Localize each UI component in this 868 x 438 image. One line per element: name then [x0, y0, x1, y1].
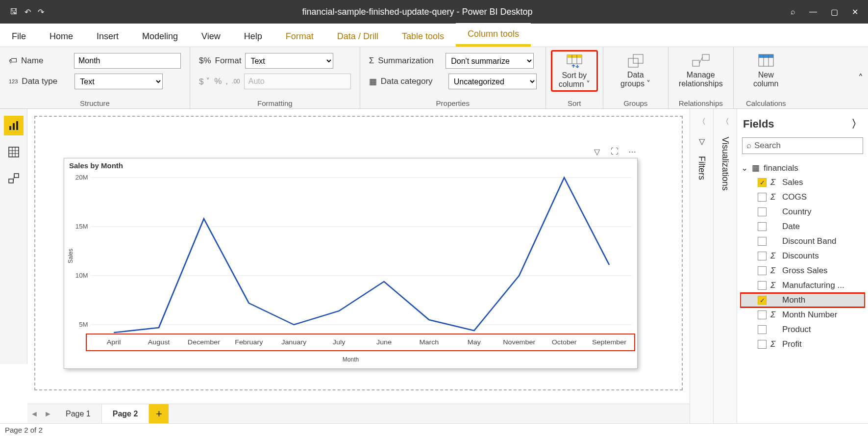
- page-tab-1[interactable]: Page 1: [55, 405, 102, 423]
- chevron-right-icon[interactable]: 〉: [851, 117, 862, 131]
- chevron-left-icon[interactable]: 〈: [721, 117, 729, 127]
- datacategory-select[interactable]: Uncategorized: [448, 74, 537, 89]
- checkbox-icon[interactable]: [758, 222, 767, 231]
- checkbox-icon[interactable]: [758, 266, 767, 275]
- filter-icon[interactable]: ▽: [592, 146, 602, 157]
- undo-icon[interactable]: ↶: [25, 7, 31, 17]
- sort-by-column-button[interactable]: Sort by column ˅: [551, 50, 598, 92]
- field-item-gross-sales[interactable]: ΣGross Sales: [740, 263, 865, 278]
- format-select[interactable]: Text: [245, 53, 333, 69]
- left-rail: [0, 109, 27, 364]
- currency-icon: $ ˅: [199, 77, 210, 87]
- chevron-left-icon[interactable]: 〈: [698, 117, 706, 127]
- format-label: Format: [215, 56, 242, 66]
- search-icon[interactable]: ⌕: [791, 7, 795, 16]
- fields-pane-title: Fields: [743, 118, 774, 130]
- svg-rect-1: [567, 55, 582, 58]
- checkbox-icon[interactable]: [758, 281, 767, 290]
- field-item-product[interactable]: Product: [740, 322, 865, 337]
- fields-search-input[interactable]: ⌕ Search: [742, 137, 863, 154]
- menu-insert[interactable]: Insert: [85, 26, 130, 47]
- datatype-select[interactable]: Text: [74, 74, 163, 89]
- save-icon[interactable]: 🖫: [10, 7, 18, 16]
- prev-page-icon[interactable]: ◄: [27, 410, 41, 418]
- svg-rect-21: [9, 179, 13, 183]
- checkbox-icon[interactable]: ✓: [758, 178, 767, 187]
- table-header[interactable]: ⌄ ▦ financials: [740, 161, 865, 175]
- category-icon: ▦: [369, 77, 377, 87]
- field-item-profit[interactable]: ΣProfit: [740, 337, 865, 352]
- svg-rect-14: [13, 123, 15, 130]
- more-icon[interactable]: ⋯: [627, 146, 638, 157]
- field-item-date[interactable]: Date: [740, 219, 865, 234]
- report-view-button[interactable]: [4, 116, 24, 135]
- field-item-manufacturing-[interactable]: ΣManufacturing ...: [740, 278, 865, 293]
- data-groups-button[interactable]: Data groups ˅: [612, 50, 659, 89]
- checkbox-icon[interactable]: [758, 310, 767, 319]
- search-icon: ⌕: [746, 141, 751, 151]
- groups-button-label: Data groups ˅: [620, 71, 650, 89]
- field-item-cogs[interactable]: ΣCOGS: [740, 190, 865, 205]
- field-item-discounts[interactable]: ΣDiscounts: [740, 249, 865, 263]
- checkbox-icon[interactable]: [758, 252, 767, 260]
- menu-view[interactable]: View: [190, 26, 232, 47]
- filters-funnel-icon: ▽: [699, 137, 705, 146]
- checkbox-icon[interactable]: [758, 193, 767, 202]
- svg-rect-16: [9, 147, 19, 157]
- checkbox-icon[interactable]: [758, 237, 767, 246]
- next-page-icon[interactable]: ►: [41, 410, 55, 418]
- close-icon[interactable]: ✕: [852, 7, 858, 17]
- menu-modeling[interactable]: Modeling: [130, 26, 190, 47]
- manage-relationships-button[interactable]: Manage relationships: [677, 50, 724, 89]
- summarization-select[interactable]: Don't summarize: [446, 53, 534, 69]
- report-page[interactable]: ▽ ⛶ ⋯ Sales by Month Sales 5M10M15M20MAp…: [34, 116, 683, 390]
- field-label: Date: [782, 222, 800, 232]
- data-view-button[interactable]: [4, 142, 24, 162]
- focus-mode-icon[interactable]: ⛶: [609, 146, 620, 157]
- comma-icon: ,: [225, 77, 228, 86]
- menu-data-drill[interactable]: Data / Drill: [325, 26, 390, 47]
- filters-pane-collapsed[interactable]: 〈 ▽ Filters: [690, 109, 713, 423]
- minimize-icon[interactable]: —: [809, 7, 817, 16]
- visualizations-pane-collapsed[interactable]: 〈 Visualizations: [713, 109, 737, 423]
- field-item-sales[interactable]: ✓ΣSales: [740, 175, 865, 190]
- field-item-country[interactable]: Country: [740, 205, 865, 219]
- menu-format[interactable]: Format: [274, 26, 325, 47]
- checkbox-icon[interactable]: ✓: [758, 296, 767, 305]
- field-item-discount-band[interactable]: Discount Band: [740, 234, 865, 249]
- menu-file[interactable]: File: [0, 26, 38, 47]
- model-view-button[interactable]: [4, 169, 24, 188]
- report-canvas[interactable]: ▽ ⛶ ⋯ Sales by Month Sales 5M10M15M20MAp…: [27, 109, 690, 408]
- chart-title: Sales by Month: [64, 158, 637, 173]
- table-icon: ▦: [752, 163, 760, 173]
- decimals-input[interactable]: [244, 74, 351, 89]
- column-name-input[interactable]: [74, 53, 181, 69]
- checkbox-icon[interactable]: [758, 207, 767, 216]
- checkbox-icon[interactable]: [758, 340, 767, 349]
- visualizations-pane-label: Visualizations: [720, 137, 730, 191]
- line-chart-visual[interactable]: Sales by Month Sales 5M10M15M20MAprilAug…: [64, 158, 638, 369]
- redo-icon[interactable]: ↷: [38, 7, 44, 17]
- group-calc: Calculations: [743, 98, 790, 107]
- fields-pane: Fields〉 ⌕ Search ⌄ ▦ financials ✓ΣSalesΣ…: [737, 109, 868, 423]
- sigma-icon: Σ: [770, 339, 778, 349]
- field-item-month-number[interactable]: ΣMonth Number: [740, 308, 865, 322]
- add-page-button[interactable]: +: [149, 404, 169, 424]
- collapse-ribbon-icon[interactable]: ˄: [858, 72, 863, 84]
- field-label: COGS: [782, 192, 807, 202]
- sigma-icon: Σ: [770, 192, 778, 202]
- menu-table-tools[interactable]: Table tools: [390, 26, 456, 47]
- checkbox-icon[interactable]: [758, 325, 767, 334]
- svg-rect-6: [693, 60, 699, 66]
- menu-home[interactable]: Home: [38, 26, 85, 47]
- maximize-icon[interactable]: ▢: [831, 7, 838, 17]
- page-tab-2[interactable]: Page 2: [102, 405, 149, 423]
- sort-icon: [566, 52, 583, 70]
- menu-column-tools[interactable]: Column tools: [456, 23, 531, 47]
- name-label: Name: [21, 56, 70, 66]
- menu-help[interactable]: Help: [232, 26, 274, 47]
- visual-header: ▽ ⛶ ⋯: [592, 146, 638, 157]
- new-column-button[interactable]: New column: [743, 50, 790, 89]
- field-item-month[interactable]: ✓Month: [740, 293, 865, 308]
- field-label: Month Number: [782, 310, 837, 320]
